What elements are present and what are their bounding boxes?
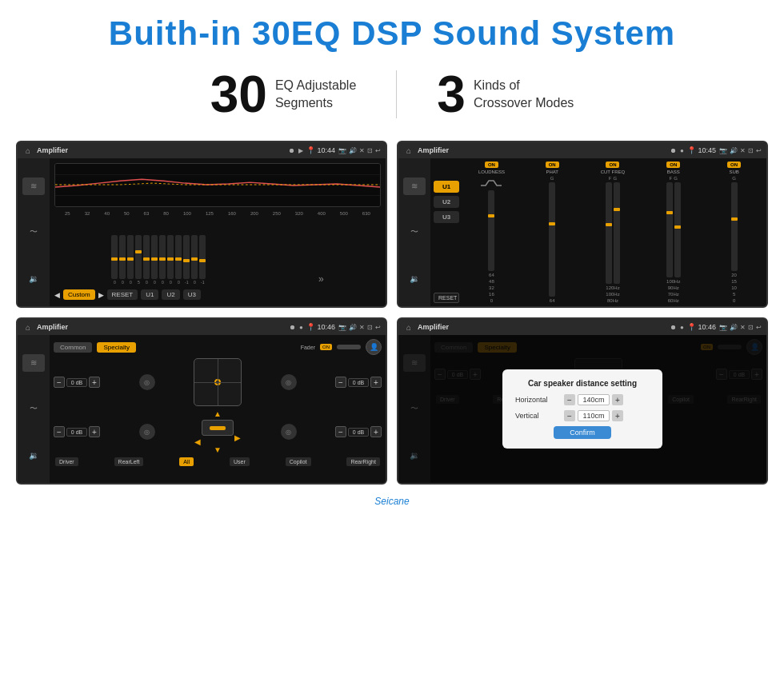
right-arrow-icon[interactable]: ▶	[234, 433, 241, 442]
slider-3[interactable]: 0	[127, 235, 134, 285]
bass-label: BASS	[667, 170, 680, 174]
phat-label: PHAT	[546, 170, 558, 174]
crossover-cols: ON LOUDNESS 64 48 32 16 0	[462, 162, 763, 303]
cutfreq-slider-f[interactable]	[606, 182, 612, 284]
db-minus-br[interactable]: −	[335, 426, 346, 437]
u2-btn[interactable]: U2	[162, 289, 179, 300]
db-plus-bl[interactable]: +	[89, 426, 100, 437]
screen1-title: Amplifier	[37, 146, 286, 154]
expand-icon[interactable]: »	[318, 273, 324, 285]
slider-8[interactable]: 0	[167, 235, 174, 285]
window-icon4: ⊡	[748, 324, 754, 331]
all-btn[interactable]: All	[179, 457, 194, 466]
screen2-status-icons: 📷 🔊 ✕ ⊡ ↩	[719, 147, 762, 154]
horizontal-label: Horizontal	[515, 396, 559, 404]
slider-4[interactable]: 5	[135, 235, 142, 285]
cutfreq-toggle[interactable]: ON	[606, 162, 619, 168]
db-minus-bl[interactable]: −	[54, 426, 65, 437]
sub-slider[interactable]	[731, 182, 738, 271]
phat-toggle[interactable]: ON	[546, 162, 559, 168]
sub-val4: 5	[733, 292, 735, 297]
slider-9[interactable]: 0	[175, 235, 182, 285]
vertical-minus-btn[interactable]: −	[564, 410, 575, 421]
screen1-bar: ⌂ Amplifier ⏺ ▶ 📍 10:44 📷 🔊 ✕ ⊡ ↩	[18, 142, 386, 158]
screen2-time: 📍 10:45	[687, 146, 716, 154]
wave-icon: 〜	[22, 223, 45, 241]
screen3-left-panel: ≋ 〜 🔉	[18, 335, 50, 483]
phat-slider[interactable]	[549, 182, 555, 297]
loudness-slider[interactable]	[488, 190, 494, 271]
slider-11[interactable]: 0	[191, 235, 198, 285]
speaker-icon-tr: ◎	[281, 374, 297, 390]
stat-crossover-label: Kinds ofCrossover Modes	[474, 77, 574, 113]
slider-6[interactable]: 0	[151, 235, 158, 285]
cutfreq-val3: 80Hz	[607, 298, 618, 303]
bass-slider-g[interactable]	[674, 182, 681, 277]
slider-10[interactable]: -1	[183, 235, 190, 285]
slider-2[interactable]: 0	[119, 235, 126, 285]
slider-7[interactable]: 0	[159, 235, 166, 285]
db-value-br: 0 dB	[348, 428, 369, 437]
wave-icon3: 〜	[22, 400, 45, 417]
copilot-btn[interactable]: Copilot	[286, 457, 311, 466]
close-icon2: ✕	[740, 147, 746, 154]
sub-toggle[interactable]: ON	[727, 162, 741, 168]
volume-icon4: 🔊	[730, 324, 738, 331]
down-arrow-icon[interactable]: ▼	[214, 445, 222, 454]
u1-crossover-btn[interactable]: U1	[434, 181, 459, 193]
u3-btn[interactable]: U3	[183, 289, 201, 300]
slider-12[interactable]: -1	[199, 235, 206, 285]
horizontal-minus-btn[interactable]: −	[564, 394, 575, 405]
sub-val: 20	[731, 273, 737, 277]
screen1-left-panel: ≋ 〜 🔉	[18, 158, 50, 306]
cutfreq-slider-g[interactable]	[614, 182, 620, 284]
home-icon3: ⌂	[22, 321, 34, 333]
next-btn[interactable]: ▶	[98, 291, 104, 299]
rear-left-btn[interactable]: RearLeft	[114, 457, 144, 466]
stat-eq-number: 30	[210, 69, 267, 120]
bass-slider-f[interactable]	[666, 182, 673, 277]
rear-right-btn[interactable]: RearRight	[346, 457, 380, 466]
confirm-btn[interactable]: Confirm	[554, 426, 611, 439]
close-icon: ✕	[359, 147, 365, 154]
screenshots-grid: ⌂ Amplifier ⏺ ▶ 📍 10:44 📷 🔊 ✕ ⊡ ↩ ≋ 〜 🔉	[0, 134, 784, 493]
loudness-val2: 48	[489, 279, 494, 284]
screen-eq-sliders: ⌂ Amplifier ⏺ ▶ 📍 10:44 📷 🔊 ✕ ⊡ ↩ ≋ 〜 🔉	[16, 141, 387, 308]
prev-btn[interactable]: ◀	[54, 291, 60, 299]
screen3-time: 📍 10:46	[306, 323, 335, 331]
db-minus-tl[interactable]: −	[54, 377, 65, 388]
dot-icon4: ●	[680, 324, 684, 331]
custom-preset-btn[interactable]: Custom	[63, 289, 95, 300]
u3-crossover-btn[interactable]: U3	[434, 211, 459, 223]
speaker-top-row: − 0 dB + ◎ ◎ − 0 dB +	[54, 358, 382, 406]
db-minus-tr[interactable]: −	[335, 377, 346, 388]
fader-slider[interactable]	[337, 345, 361, 349]
back-icon3: ↩	[375, 324, 381, 331]
specialty-tab[interactable]: Specialty	[97, 342, 135, 353]
left-arrow-icon[interactable]: ◀	[194, 437, 201, 446]
back-icon2: ↩	[756, 147, 762, 154]
db-plus-tl[interactable]: +	[89, 377, 100, 388]
bass-toggle[interactable]: ON	[666, 162, 680, 168]
user-btn[interactable]: User	[230, 457, 250, 466]
cutfreq-val: 120Hz	[606, 285, 619, 290]
distance-setting-dialog: Car speaker distance setting Horizontal …	[502, 369, 662, 449]
slider-5[interactable]: 0	[143, 235, 150, 285]
u1-btn[interactable]: U1	[141, 289, 158, 300]
vertical-plus-btn[interactable]: +	[612, 410, 623, 421]
u2-crossover-btn[interactable]: U2	[434, 196, 459, 208]
crossover-reset-btn[interactable]: RESET	[434, 293, 459, 303]
loudness-toggle[interactable]: ON	[485, 162, 498, 168]
slider-1[interactable]: 0	[111, 235, 118, 285]
bass-val: 100Hz	[666, 279, 680, 284]
driver-btn[interactable]: Driver	[55, 457, 78, 466]
stat-eq-label: EQ AdjustableSegments	[275, 77, 356, 113]
up-arrow-icon[interactable]: ▲	[214, 409, 222, 418]
db-plus-br[interactable]: +	[370, 426, 382, 437]
horizontal-plus-btn[interactable]: +	[612, 394, 623, 405]
db-plus-tr[interactable]: +	[370, 377, 382, 388]
cutfreq-col: ON CUT FREQ F G	[584, 162, 642, 303]
common-tab[interactable]: Common	[54, 342, 92, 353]
reset-btn[interactable]: RESET	[107, 289, 138, 300]
slider-horizontal[interactable]	[202, 420, 234, 436]
